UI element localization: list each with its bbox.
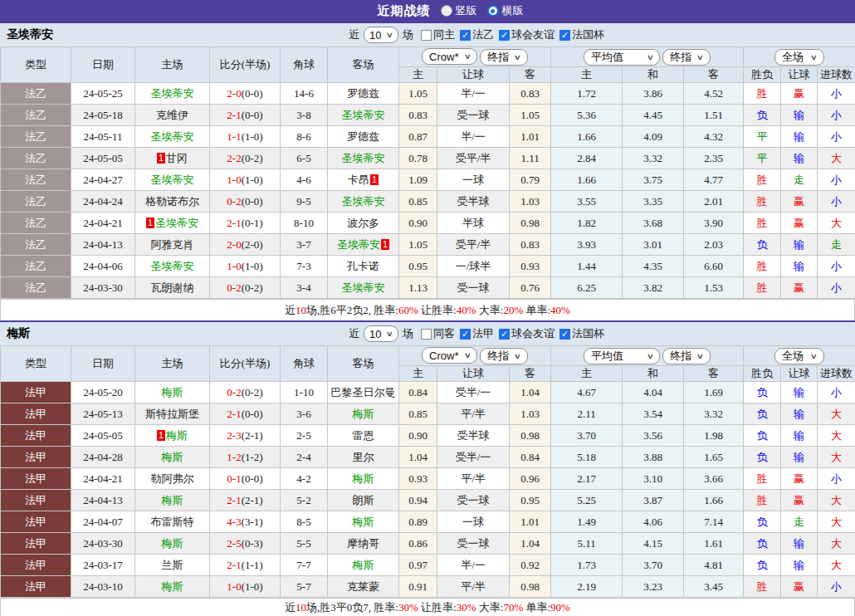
date-cell: 24-05-25 <box>71 83 135 105</box>
avg-home-cell: 1.66 <box>551 126 623 148</box>
home-odds-cell: 0.91 <box>399 576 437 598</box>
avg-away-cell: 6.60 <box>684 256 744 277</box>
filter-checkbox[interactable]: ✓球会友谊 <box>499 326 555 341</box>
average-select[interactable]: 平均值∨ <box>584 348 660 364</box>
away-team-cell: 梅斯 <box>328 511 399 533</box>
corners-cell: 2-4 <box>281 447 328 468</box>
checkbox-checked-icon[interactable]: ✓ <box>460 329 471 340</box>
avg-draw-cell: 3.70 <box>623 555 684 576</box>
avg-draw-cell: 3.32 <box>623 148 684 169</box>
filter-checkbox[interactable]: ✓球会友谊 <box>499 27 555 42</box>
home-odds-cell: 1.04 <box>399 447 437 468</box>
checkbox-checked-icon[interactable]: ✓ <box>559 329 570 340</box>
odds-stage-select[interactable]: 终指∨ <box>662 348 711 364</box>
avg-away-cell: 3.32 <box>684 403 744 425</box>
recent-count-select[interactable]: 10∨ <box>364 27 398 43</box>
league-cell: 法乙 <box>1 126 71 148</box>
team-name: 圣埃蒂安 <box>151 130 194 143</box>
filter-checkbox[interactable]: 同主 <box>421 27 455 42</box>
subheader-avg-draw: 和 <box>623 67 684 83</box>
average-select[interactable]: 平均值∨ <box>584 49 660 66</box>
goals-result-cell: 小 <box>818 468 855 490</box>
avg-home-cell: 1.82 <box>551 213 623 234</box>
chevron-down-icon: ∨ <box>646 352 653 360</box>
away-team-cell: 圣埃蒂安 <box>328 148 399 169</box>
summary-stat-value: 40% <box>457 304 476 316</box>
summary-stat-value: 30% <box>398 601 418 614</box>
avg-home-cell: 5.25 <box>551 490 623 511</box>
odds-stage-select[interactable]: 终指∨ <box>480 348 528 364</box>
checkbox-checked-icon[interactable]: ✓ <box>460 30 471 41</box>
corners-cell: 14-6 <box>281 83 328 105</box>
radio-icon[interactable] <box>441 5 452 17</box>
corners-cell: 8-10 <box>281 213 328 234</box>
avg-away-cell: 1.61 <box>684 533 744 555</box>
home-odds-cell: 0.85 <box>399 191 437 213</box>
date-cell: 24-03-10 <box>71 576 135 598</box>
avg-away-cell: 4.52 <box>684 83 744 105</box>
fulltime-select[interactable]: 全场∨ <box>774 49 824 66</box>
result-cell: 胜 <box>744 468 781 490</box>
checkbox-checked-icon[interactable]: ✓ <box>499 329 510 340</box>
goals-result-cell: 大 <box>818 425 855 447</box>
corners-cell: 3-8 <box>281 105 328 126</box>
avg-away-cell: 3.66 <box>684 468 744 490</box>
filter-checkbox[interactable]: ✓法甲 <box>460 326 494 341</box>
filter-checkbox[interactable]: ✓法国杯 <box>559 326 604 341</box>
bookmaker-select[interactable]: Crow*∨ <box>422 347 477 364</box>
corners-cell: 5-2 <box>281 490 328 511</box>
home-odds-cell: 0.97 <box>399 555 437 576</box>
layout-radio-vertical[interactable]: 竖版 <box>441 3 477 18</box>
match-row: 法乙24-04-13阿雅克肖2-0(2-0)3-7圣埃蒂安11.05受平/半0.… <box>1 234 855 256</box>
result-cell: 负 <box>744 382 781 403</box>
handicap-cell: 受平/半 <box>437 148 510 169</box>
away-team-cell: 克莱蒙 <box>328 576 399 598</box>
league-cell: 法乙 <box>1 277 71 299</box>
team-name: 布雷斯特 <box>151 516 194 528</box>
odds-stage-select[interactable]: 终指∨ <box>662 49 711 66</box>
team-name-title: 圣埃蒂安 <box>7 27 53 42</box>
team-name: 格勒诺布尔 <box>145 195 199 208</box>
date-cell: 24-04-27 <box>71 169 135 191</box>
halftime-score: (0-2) <box>242 386 263 398</box>
goals-result-cell: 小 <box>818 191 855 213</box>
handicap-cell: 受一球 <box>437 277 510 299</box>
away-odds-cell: 0.76 <box>510 277 551 299</box>
layout-radio-horizontal[interactable]: 横版 <box>487 3 524 18</box>
avg-away-cell: 1.65 <box>684 447 744 468</box>
away-odds-cell: 1.01 <box>510 511 551 533</box>
summary-text: 场,胜6平2负2, 胜率: <box>306 304 398 316</box>
odds-stage-select[interactable]: 终指∨ <box>480 49 528 66</box>
fulltime-select[interactable]: 全场∨ <box>774 348 824 364</box>
recent-count-select[interactable]: 10∨ <box>364 325 398 342</box>
filter-checkbox[interactable]: ✓法国杯 <box>559 27 604 42</box>
goals-result-cell: 小 <box>818 256 855 277</box>
filter-checkbox[interactable]: ✓法乙 <box>460 27 494 42</box>
handicap-result-cell: 输 <box>781 425 818 447</box>
result-cell: 胜 <box>744 191 781 213</box>
match-row: 法甲24-04-28梅斯1-2(1-2)2-4里尔1.04受半/一0.845.1… <box>1 447 855 468</box>
corners-cell: 2-5 <box>281 425 328 447</box>
checkbox-checked-icon[interactable]: ✓ <box>499 30 510 41</box>
away-odds-cell: 0.92 <box>510 555 551 576</box>
checkbox-unchecked-icon[interactable] <box>421 30 432 41</box>
result-cell: 平 <box>744 148 781 169</box>
filter-checkbox[interactable]: 同客 <box>421 326 455 341</box>
corners-cell: 8-6 <box>281 126 328 148</box>
team-name: 里尔 <box>353 451 374 463</box>
team-name: 卡昂 <box>348 174 369 186</box>
home-odds-cell: 0.85 <box>399 403 437 425</box>
team-name: 梅斯 <box>353 408 374 420</box>
avg-away-cell: 2.01 <box>684 191 744 213</box>
bookmaker-select[interactable]: Crow*∨ <box>422 48 477 65</box>
radio-icon[interactable] <box>487 5 499 17</box>
handicap-cell: 半/一 <box>437 126 510 148</box>
fulltime-score: 4-3 <box>227 516 241 528</box>
checkbox-checked-icon[interactable]: ✓ <box>559 30 570 41</box>
team-name: 梅斯 <box>353 516 374 528</box>
home-team-cell: 圣埃蒂安 <box>135 256 210 277</box>
checkbox-unchecked-icon[interactable] <box>421 329 432 340</box>
subheader-avg-away: 客 <box>684 366 744 382</box>
halftime-score: (0-0) <box>242 87 263 100</box>
league-cell: 法甲 <box>1 425 71 447</box>
